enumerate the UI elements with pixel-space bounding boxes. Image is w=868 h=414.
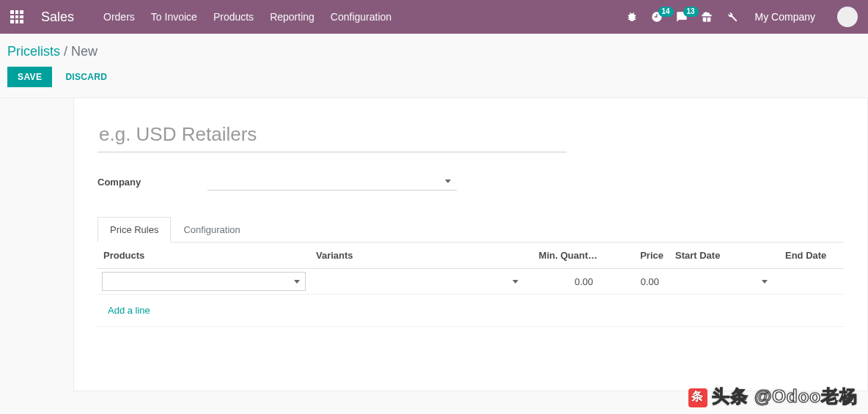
watermark: 头条 @Odoo老杨: [688, 385, 858, 408]
nav-orders[interactable]: Orders: [103, 11, 135, 23]
col-start-date[interactable]: Start Date: [669, 243, 779, 269]
nav-products[interactable]: Products: [213, 11, 254, 23]
watermark-logo-icon: [688, 388, 707, 407]
row-start-date-input[interactable]: [674, 272, 775, 291]
tab-configuration[interactable]: Configuration: [171, 217, 252, 242]
company-field[interactable]: [207, 173, 457, 191]
notebook-tabs: Price Rules Configuration: [98, 217, 844, 243]
discuss-icon[interactable]: 13: [676, 11, 688, 23]
nav-menu: Orders To Invoice Products Reporting Con…: [103, 11, 391, 23]
save-button[interactable]: SAVE: [7, 67, 52, 87]
table-row: 0.00 0.00: [98, 269, 844, 295]
user-avatar[interactable]: [837, 7, 858, 27]
pricelist-name-input[interactable]: [98, 119, 567, 152]
row-min-qty[interactable]: 0.00: [534, 276, 599, 287]
breadcrumb-parent[interactable]: Pricelists: [7, 44, 60, 59]
col-variants[interactable]: Variants: [310, 243, 530, 269]
top-nav: Sales Orders To Invoice Products Reporti…: [0, 0, 868, 34]
systray: 14 13 My Company: [626, 7, 858, 27]
row-price[interactable]: 0.00: [608, 276, 665, 287]
activities-badge: 14: [658, 7, 674, 17]
nav-reporting[interactable]: Reporting: [270, 11, 315, 23]
company-label: Company: [98, 177, 207, 188]
row-variants-input[interactable]: [315, 272, 526, 291]
breadcrumb-sep: /: [64, 44, 71, 59]
col-end-date[interactable]: End Date: [779, 243, 844, 269]
col-products[interactable]: Products: [98, 243, 310, 269]
chevron-down-icon: [445, 180, 451, 183]
price-rules-table: Products Variants Min. Quant… Price Star…: [98, 243, 844, 327]
activities-icon[interactable]: 14: [651, 11, 663, 23]
chevron-down-icon: [762, 280, 768, 284]
add-line-link[interactable]: Add a line: [102, 297, 839, 323]
breadcrumb-current: New: [71, 44, 98, 59]
col-price[interactable]: Price: [603, 243, 669, 269]
discard-button[interactable]: DISCARD: [65, 72, 107, 82]
control-panel: SAVE DISCARD: [0, 64, 868, 98]
form-sheet: Company Price Rules Configuration Produc…: [73, 98, 868, 391]
debug-icon[interactable]: [626, 11, 638, 23]
tools-icon[interactable]: [726, 11, 738, 23]
app-brand[interactable]: Sales: [41, 10, 74, 25]
apps-icon[interactable]: [10, 10, 23, 23]
company-switcher[interactable]: My Company: [755, 11, 815, 23]
chevron-down-icon: [294, 280, 300, 284]
nav-to-invoice[interactable]: To Invoice: [151, 11, 197, 23]
chevron-down-icon: [512, 280, 518, 284]
row-products-input[interactable]: [102, 272, 306, 291]
nav-configuration[interactable]: Configuration: [331, 11, 391, 23]
col-min-qty[interactable]: Min. Quant…: [530, 243, 603, 269]
gift-icon[interactable]: [701, 11, 713, 23]
discuss-badge: 13: [683, 7, 699, 17]
breadcrumb: Pricelists / New: [0, 34, 868, 64]
tab-price-rules[interactable]: Price Rules: [98, 217, 171, 243]
row-end-date-input[interactable]: [784, 272, 839, 291]
table-row-add: Add a line: [98, 295, 844, 327]
